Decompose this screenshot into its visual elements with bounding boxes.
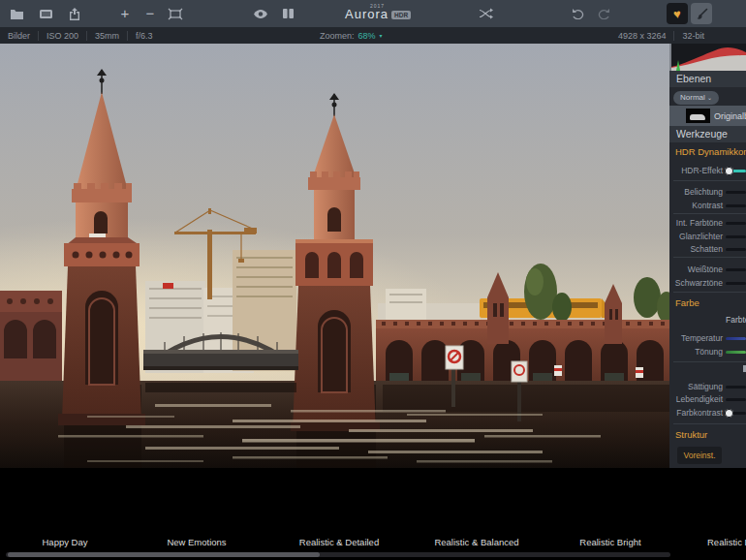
right-sidebar: Ebenen Normal ⌄ Originalbild Werkzeuge H… xyxy=(669,44,746,468)
info-iso: ISO 200 xyxy=(39,31,87,41)
logo-name: Aurora xyxy=(345,7,389,21)
slider-schatten[interactable]: Schatten xyxy=(669,242,746,255)
sub-farbtemperatur: Farbtemperatur xyxy=(726,315,746,325)
presets-heart-icon: ♥ xyxy=(672,7,681,20)
brush-panel-toggle[interactable] xyxy=(691,3,712,24)
zoom-value[interactable]: 68% xyxy=(358,31,376,41)
preset-realistic-bright[interactable]: Realistic Bright xyxy=(544,537,677,550)
section-struktur-title[interactable]: Struktur xyxy=(675,429,707,440)
left-bridge-approach xyxy=(0,291,62,385)
presets-strip: Happy Day New Emotions Realistic & Detai… xyxy=(0,468,746,560)
fit-screen-icon[interactable] xyxy=(165,3,186,24)
slider-toenung[interactable]: Tönung xyxy=(669,345,746,358)
blend-mode-select[interactable]: Normal ⌄ xyxy=(673,91,719,105)
info-bar: Bilder ISO 200 35mm f/6.3 Zoomen: 68% ▾ … xyxy=(0,27,746,44)
section-farbe-title[interactable]: Farbe xyxy=(675,297,699,308)
presets-scrollbar-thumb[interactable] xyxy=(8,552,320,557)
slider-saettigung[interactable]: Sättigung xyxy=(669,380,746,392)
open-file-icon[interactable] xyxy=(6,3,27,24)
tools-panel-header: Werkzeuge xyxy=(669,126,746,142)
layer-thumbnail xyxy=(686,109,710,123)
info-aperture: f/6.3 xyxy=(128,31,161,41)
slider-knob[interactable] xyxy=(725,409,733,418)
blend-caret-icon: ⌄ xyxy=(707,95,712,101)
slider-belichtung[interactable]: Belichtung xyxy=(669,185,746,198)
photos-icon[interactable] xyxy=(35,3,56,24)
presets-panel-toggle[interactable]: ♥ xyxy=(667,3,688,24)
layer-name: Originalbild xyxy=(714,111,746,121)
section-hdr-title[interactable]: HDR Dynamikkompressor xyxy=(675,146,746,157)
export-icon[interactable] xyxy=(64,3,85,24)
slider-kontrast[interactable]: Kontrast xyxy=(669,199,746,211)
slider-glanzlichter[interactable]: Glanzlichter xyxy=(669,230,746,242)
slider-lebendigkeit[interactable]: Lebendigkeit xyxy=(669,392,746,405)
info-dimensions: 4928 x 3264 xyxy=(610,31,675,41)
brush-icon xyxy=(696,8,708,20)
app-logo: 2017 Aurora HDR xyxy=(337,0,426,27)
zoom-label: Zoomen: xyxy=(320,31,355,41)
slider-farbkontrast[interactable]: Farbkontrast xyxy=(669,406,746,419)
info-bitdepth: 32-bit xyxy=(674,31,712,41)
preview-eye-icon[interactable] xyxy=(250,3,271,24)
preset-new-emotions[interactable]: New Emotions xyxy=(130,537,264,550)
slider-int-farbtoene[interactable]: Int. Farbtöne xyxy=(669,216,746,229)
layers-panel-header: Ebenen xyxy=(669,71,746,87)
slider-hdr-effekt[interactable]: HDR-Effekt xyxy=(669,164,746,176)
histogram xyxy=(671,44,746,71)
logo-hdr-badge: HDR xyxy=(391,11,411,19)
slider-weisstoene[interactable]: Weißtöne xyxy=(669,263,746,275)
info-focal-length: 35mm xyxy=(87,31,128,41)
slider-schwarztoene[interactable]: Schwarztöne xyxy=(669,276,746,289)
photo-oberbaum-bridge xyxy=(0,44,669,468)
preset-realistic-detailed[interactable]: Realistic & Detailed xyxy=(272,537,406,550)
preset-happy-day[interactable]: Happy Day xyxy=(0,537,132,550)
undo-icon[interactable] xyxy=(568,3,589,24)
preset-realistic-balanced[interactable]: Realistic & Balanced xyxy=(410,537,544,550)
shuffle-presets-icon[interactable] xyxy=(475,3,496,24)
layer-item-original[interactable]: Originalbild xyxy=(669,106,746,126)
preset-realistic-d[interactable]: Realistic D xyxy=(677,537,746,550)
redo-icon[interactable] xyxy=(593,3,614,24)
presets-scrollbar[interactable] xyxy=(6,552,670,557)
zoom-in-button[interactable]: + xyxy=(114,3,136,24)
zoom-out-button[interactable]: − xyxy=(140,3,161,24)
slider-knob[interactable] xyxy=(725,167,733,175)
photo-canvas[interactable] xyxy=(0,44,669,468)
info-filename: Bilder xyxy=(0,31,39,41)
top-toolbar: + − 2017 Aurora HDR xyxy=(0,0,746,27)
voreinst-button[interactable]: Voreinst. xyxy=(677,447,722,464)
compare-split-icon[interactable] xyxy=(277,3,298,24)
slider-temperatur[interactable]: Temperatur xyxy=(669,331,746,344)
zoom-caret-icon[interactable]: ▾ xyxy=(380,32,383,39)
